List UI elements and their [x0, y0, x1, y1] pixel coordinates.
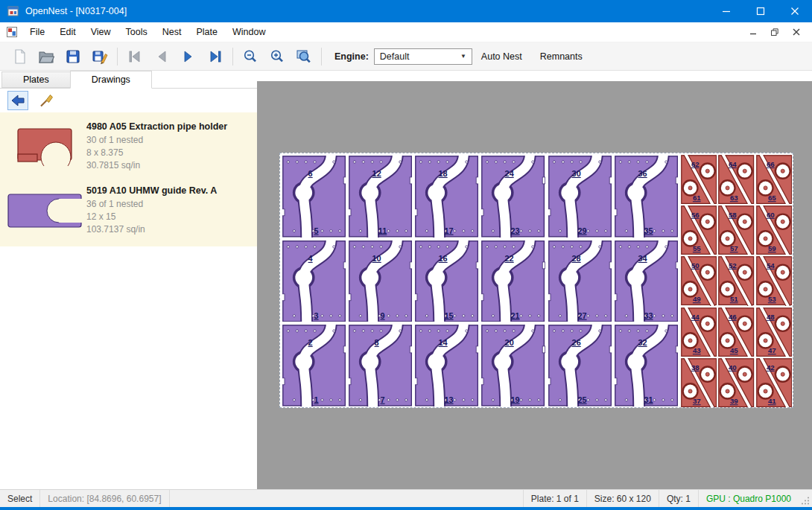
maximize-icon	[756, 7, 765, 16]
part-number-bottom: 43	[693, 346, 701, 354]
nest-cell-purple[interactable]: 26 25	[548, 325, 612, 407]
menu-view[interactable]: View	[83, 23, 118, 41]
nest-cell-red[interactable]: 40 39	[718, 358, 754, 407]
nest-cell-purple[interactable]: 18 17	[415, 156, 478, 238]
nest-cell-purple[interactable]: 36 35	[615, 156, 678, 238]
part-number-top: 22	[505, 254, 514, 263]
drawing-title: 5019 A10 UHMW guide Rev. A	[86, 185, 251, 196]
nest-cell-red[interactable]: 60 59	[756, 205, 792, 255]
nest-cell-red[interactable]: 54 53	[756, 256, 792, 305]
mdi-close-button[interactable]	[788, 25, 805, 39]
nest-cell-purple[interactable]: 22 21	[481, 240, 545, 322]
engine-select[interactable]: Default ▼	[374, 48, 472, 65]
nest-cell-purple[interactable]: 12 11	[349, 156, 412, 238]
broom-icon	[39, 93, 54, 108]
resize-grip-icon	[801, 496, 810, 505]
nest-cell-purple[interactable]: 32 31	[615, 325, 678, 407]
part-number-bottom: 23	[511, 226, 520, 235]
drawing-list-item[interactable]: 5019 A10 UHMW guide Rev. A 36 of 1 neste…	[0, 179, 257, 243]
clear-button[interactable]	[36, 91, 57, 110]
status-size: Size: 60 x 120	[586, 490, 659, 507]
tab-drawings[interactable]: Drawings	[70, 71, 152, 89]
save-floppy-icon	[65, 48, 81, 65]
mdi-restore-button[interactable]	[767, 25, 783, 39]
drawing-size: 8 x 8.375	[86, 147, 251, 159]
status-qty: Qty: 1	[659, 490, 698, 507]
minimize-icon	[722, 7, 731, 16]
menu-plate[interactable]: Plate	[188, 23, 225, 41]
nest-canvas[interactable]: 6 5 12 11	[257, 71, 812, 489]
part-number-bottom: 13	[445, 395, 454, 404]
menu-nest[interactable]: Nest	[155, 23, 189, 41]
nest-cell-purple[interactable]: 24 23	[481, 156, 545, 238]
nest-cell-red[interactable]: 58 57	[718, 205, 754, 255]
drawing-nested-count: 30 of 1 nested	[86, 134, 251, 147]
menu-tools[interactable]: Tools	[118, 23, 155, 41]
canvas-background[interactable]: 6 5 12 11	[257, 81, 812, 489]
resize-grip[interactable]	[799, 490, 812, 507]
nest-cell-purple[interactable]: 14 13	[415, 325, 478, 407]
drawing-info: 5019 A10 UHMW guide Rev. A 36 of 1 neste…	[83, 185, 251, 236]
remnants-button[interactable]: Remnants	[531, 46, 591, 67]
zoom-in-button[interactable]	[264, 45, 291, 68]
nest-cell-red[interactable]: 42 41	[756, 358, 792, 407]
close-button[interactable]	[778, 0, 812, 22]
tab-plates[interactable]: Plates	[1, 71, 71, 88]
nest-cell-purple[interactable]: 4 3	[282, 240, 346, 322]
zoom-fit-button[interactable]	[291, 45, 317, 68]
part-number-top: 8	[375, 338, 379, 347]
menu-edit[interactable]: Edit	[52, 23, 83, 41]
panel-back-button[interactable]	[7, 91, 28, 110]
part-number-top: 58	[729, 211, 737, 219]
engine-selected-value: Default	[380, 51, 410, 62]
menu-file[interactable]: File	[22, 23, 52, 41]
mdi-minimize-button[interactable]	[745, 25, 761, 39]
nest-cell-red[interactable]: 52 51	[718, 256, 754, 305]
part-number-top: 26	[571, 338, 580, 347]
nest-cell-purple[interactable]: 28 27	[548, 240, 612, 322]
new-button[interactable]	[6, 45, 33, 68]
nest-cell-purple[interactable]: 10 9	[349, 240, 412, 322]
part-number-top: 10	[372, 254, 381, 263]
open-button[interactable]	[33, 45, 60, 68]
nest-cell-purple[interactable]: 8 7	[349, 325, 412, 407]
nav-last-button[interactable]	[202, 45, 229, 68]
nest-cell-red[interactable]: 66 65	[756, 155, 792, 204]
nest-cell-red[interactable]: 64 63	[718, 155, 754, 204]
part-number-top: 32	[638, 338, 647, 347]
nest-cell-purple[interactable]: 20 19	[481, 325, 545, 407]
nest-cell-purple[interactable]: 6 5	[282, 156, 346, 238]
nest-cell-red[interactable]: 56 55	[681, 205, 717, 255]
nest-cell-red[interactable]: 38 37	[681, 358, 717, 407]
nav-next-button[interactable]	[175, 45, 202, 68]
part-number-top: 44	[691, 312, 700, 320]
nest-cell-red[interactable]: 46 45	[718, 307, 754, 357]
menu-window[interactable]: Window	[225, 23, 273, 41]
part-number-bottom: 51	[730, 296, 738, 304]
minimize-button[interactable]	[709, 0, 743, 22]
nest-cell-red[interactable]: 50 49	[681, 256, 717, 305]
nav-previous-button[interactable]	[148, 45, 175, 68]
nav-first-button[interactable]	[121, 45, 148, 68]
nest-cell-red[interactable]: 48 47	[756, 307, 792, 357]
maximize-button[interactable]	[743, 0, 778, 22]
save-as-button[interactable]	[86, 45, 113, 68]
part-number-bottom: 55	[693, 244, 701, 252]
main-area: Plates Drawings	[0, 71, 812, 489]
drawing-list-item[interactable]: 4980 A05 Extraction pipe holder 30 of 1 …	[0, 115, 257, 179]
part-number-bottom: 47	[768, 346, 776, 354]
part-number-bottom: 17	[445, 226, 454, 235]
nest-cell-purple[interactable]: 2 1	[282, 325, 346, 407]
auto-nest-button[interactable]: Auto Nest	[472, 46, 531, 67]
save-button[interactable]	[60, 45, 86, 68]
nest-cell-purple[interactable]: 34 33	[615, 240, 678, 322]
part-number-top: 56	[691, 211, 700, 219]
nest-cell-purple[interactable]: 16 15	[415, 240, 478, 322]
nest-cell-red[interactable]: 44 43	[681, 307, 717, 357]
zoom-out-button[interactable]	[237, 45, 264, 68]
zoom-in-icon	[269, 48, 285, 65]
nest-cell-purple[interactable]: 30 29	[548, 156, 612, 238]
zoom-out-icon	[242, 48, 258, 65]
nest-cell-red[interactable]: 62 61	[681, 155, 717, 204]
status-plate: Plate: 1 of 1	[523, 490, 586, 507]
